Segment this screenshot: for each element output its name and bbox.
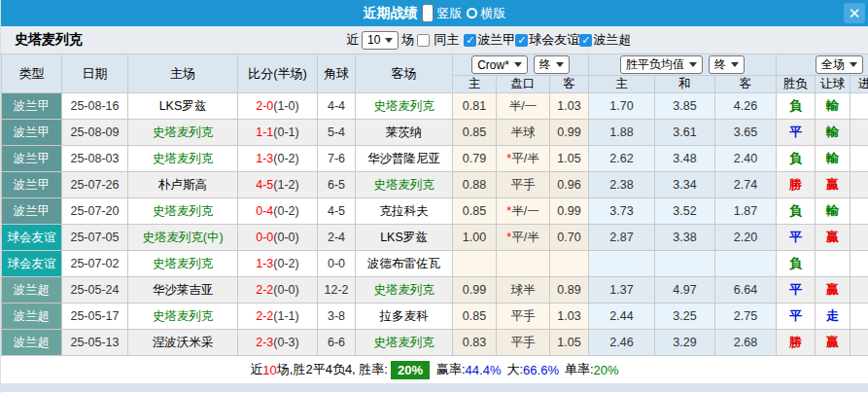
radio-vertical-layout-icon[interactable]	[422, 4, 434, 22]
away-team-cell: LKS罗兹	[356, 225, 453, 251]
same-home-checkbox[interactable]	[417, 34, 430, 47]
handicap-win-label: 赢率:	[436, 361, 466, 378]
chevron-down-icon	[385, 38, 393, 43]
avg-away-cell: 2.75	[715, 304, 777, 330]
result-cell: 負	[777, 251, 816, 277]
score-cell: 2-2(1-1)	[238, 304, 318, 330]
avg-draw-cell: 3.61	[655, 120, 715, 146]
avg-time-select[interactable]: 终	[709, 55, 745, 74]
games-count-select[interactable]: 10	[362, 31, 399, 50]
odds-dropdown-group: Crow* 终	[453, 54, 589, 76]
avg-home-cell: 2.87	[589, 225, 655, 251]
table-row: 波兰甲25-08-16LKS罗兹2-0(1-0)4-4史塔麦列克0.81半/一1…	[2, 93, 868, 120]
chevron-down-icon	[731, 62, 739, 67]
over-under-cell: 大	[851, 330, 868, 356]
corner-cell: 3-8	[318, 304, 356, 330]
result-cell: 負	[777, 198, 816, 225]
avg-draw-cell: 3.85	[655, 93, 715, 120]
home-team-cell: 史塔麦列克	[128, 251, 238, 277]
over-under-cell: 大	[851, 146, 868, 172]
over-under-cell	[851, 251, 868, 277]
handicap-result-cell: 輸	[816, 120, 851, 146]
handicap-result-cell: 輸	[816, 146, 851, 172]
handicap-result-cell	[816, 251, 851, 277]
avg-home-cell	[589, 251, 655, 277]
corner-cell: 6-5	[318, 172, 356, 198]
away-odds-cell: 1.05	[550, 330, 589, 356]
league-checkbox-0[interactable]: ✓	[464, 34, 476, 47]
odds-time-select[interactable]: 终	[534, 55, 570, 74]
league-checkbox-label[interactable]: 波兰超	[593, 31, 631, 49]
result-cell: 負	[777, 146, 816, 172]
score-cell: 1-3(0-2)	[238, 251, 318, 277]
avg-draw-cell: 3.29	[655, 330, 715, 356]
home-team-cell: 史塔麦列克(中)	[128, 225, 238, 251]
handicap-result-cell: 贏	[816, 225, 851, 251]
page-title: 近期战绩	[364, 5, 418, 22]
table-row: 波兰甲25-08-09史塔麦列克1-1(0-1)5-4莱茨纳0.85半球0.99…	[2, 120, 868, 146]
over-under-cell: 大	[851, 198, 868, 225]
date-cell: 25-08-03	[62, 146, 128, 172]
avg-type-select[interactable]: 胜平负均值	[620, 55, 703, 74]
over-under-cell: 小	[851, 120, 868, 146]
result-cell: 平	[777, 225, 816, 251]
big-label: 大:	[506, 361, 523, 378]
summary-count: 10	[262, 363, 276, 377]
result-cell: 平	[777, 120, 816, 146]
league-cell: 波兰甲	[2, 93, 62, 120]
score-cell: 0-0(0-0)	[238, 225, 318, 251]
handicap-result-cell: 輸	[816, 93, 851, 120]
avg-away-cell: 2.74	[715, 172, 777, 198]
away-odds-cell: 1.03	[550, 93, 589, 120]
home-team-cell: 史塔麦列克	[128, 146, 238, 172]
corner-cell: 5-4	[318, 120, 356, 146]
home-team-cell: 华沙莱吉亚	[128, 277, 238, 304]
col-header-home: 主场	[128, 54, 238, 93]
close-icon[interactable]: ✕	[844, 3, 865, 23]
avg-home-cell: 2.46	[589, 330, 655, 356]
result-cell: 平	[777, 304, 816, 330]
table-row: 波兰甲25-08-03史塔麦列克1-3(0-2)7-6华沙普隆尼亚0.79*平/…	[2, 146, 868, 172]
date-cell: 25-08-16	[62, 93, 128, 120]
avg-away-cell: 2.20	[715, 225, 777, 251]
odds-source-select[interactable]: Crow*	[471, 55, 528, 74]
league-checkbox-label[interactable]: 波兰甲	[477, 31, 515, 49]
handicap-line-cell: 半球	[497, 120, 550, 146]
corner-cell: 0-0	[318, 251, 356, 277]
radio-horizontal-layout-icon[interactable]	[467, 8, 477, 18]
radio-horizontal-layout-label[interactable]: 横版	[481, 5, 506, 22]
avg-draw-cell	[655, 251, 715, 277]
table-row: 波兰超25-05-24华沙莱吉亚2-2(0-0)12-2史塔麦列克0.99球半0…	[2, 277, 868, 304]
away-team-cell: 波德布雷佐瓦	[356, 251, 453, 277]
league-cell: 球会友谊	[2, 251, 62, 277]
avg-draw-cell: 4.97	[655, 277, 715, 304]
league-checkbox-1[interactable]: ✓	[515, 34, 528, 47]
sub-col-header-3: 主	[589, 76, 655, 93]
handicap-result-cell: 走	[816, 304, 851, 330]
date-cell: 25-07-20	[62, 198, 128, 225]
chevron-down-icon	[689, 62, 697, 67]
home-odds-cell: 1.00	[453, 225, 497, 251]
home-odds-cell: 0.79	[453, 146, 497, 172]
single-value: 20%	[594, 363, 619, 377]
away-odds-cell: 0.96	[550, 172, 589, 198]
single-label: 单率:	[565, 361, 594, 378]
league-cell: 波兰甲	[2, 120, 62, 146]
results-table-wrap: 类型 日期 主场 比分(半场) 角球 客场 Crow* 终	[1, 54, 868, 356]
away-odds-cell: 0.99	[550, 198, 589, 225]
score-cell: 0-4(0-2)	[238, 198, 318, 225]
home-odds-cell: 0.99	[453, 277, 497, 304]
radio-vertical-layout-label[interactable]: 竖版	[437, 5, 463, 22]
league-checkbox-2[interactable]: ✓	[579, 34, 592, 47]
bottom-strip	[1, 383, 868, 392]
scope-select[interactable]: 全场	[816, 55, 863, 74]
home-odds-cell	[453, 251, 497, 277]
over-under-cell: 小	[851, 93, 868, 120]
titlebar: 近期战绩 竖版 横版 ✕	[1, 0, 868, 26]
avg-home-cell: 2.62	[589, 146, 655, 172]
league-checkbox-label[interactable]: 球会友谊	[529, 31, 579, 49]
date-cell: 25-07-26	[62, 172, 128, 198]
sub-col-header-4: 和	[655, 76, 715, 93]
away-team-cell: 克拉科夫	[356, 198, 453, 225]
scope-dropdown-group: 全场	[777, 54, 868, 76]
